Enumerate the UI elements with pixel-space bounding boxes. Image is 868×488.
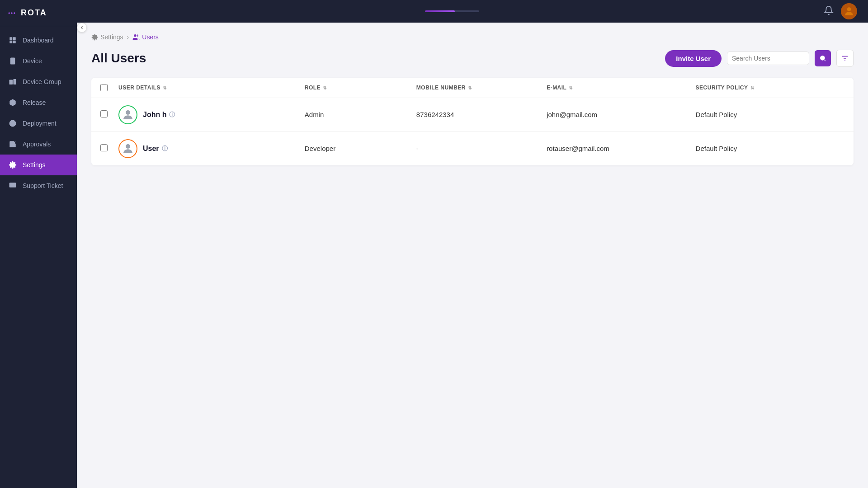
row1-name: John h [143, 111, 166, 119]
sidebar-nav: Dashboard Device Device Group Release De [0, 26, 77, 488]
breadcrumb-chevron-icon: › [127, 33, 129, 41]
svg-point-19 [134, 34, 137, 37]
row1-checkbox-cell [100, 110, 118, 119]
sort-email-icon[interactable]: ⇅ [569, 85, 573, 90]
col-user-details-label: USER DETAILS [118, 84, 160, 91]
app-title: ROTA [21, 8, 47, 18]
row2-mobile-cell: - [416, 145, 547, 153]
svg-rect-9 [9, 80, 13, 85]
sidebar-label-settings: Settings [23, 161, 46, 169]
row2-name-row: User ⓘ [143, 145, 168, 153]
row2-name: User [143, 145, 159, 153]
page-header: All Users Invite User [91, 50, 854, 67]
search-box [727, 52, 809, 65]
svg-rect-5 [9, 41, 12, 43]
row2-mobile: - [416, 145, 419, 152]
sidebar: ROTA Dashboard Device Device Group Rele [0, 0, 77, 488]
header-actions: Invite User [665, 50, 854, 67]
page-title: All Users [91, 51, 146, 66]
row1-checkbox[interactable] [100, 110, 108, 117]
svg-rect-10 [14, 79, 16, 84]
sidebar-item-deployment[interactable]: Deployment [0, 113, 77, 134]
sidebar-collapse-button[interactable] [77, 23, 87, 33]
sort-role-icon[interactable]: ⇅ [323, 85, 327, 90]
sidebar-item-settings[interactable]: Settings [0, 155, 77, 175]
svg-rect-14 [9, 183, 16, 188]
col-mobile: MOBILE NUMBER ⇅ [416, 84, 547, 91]
sidebar-item-device[interactable]: Device [0, 51, 77, 71]
row1-policy-cell: Default Policy [696, 111, 844, 119]
col-mobile-label: MOBILE NUMBER [416, 84, 466, 91]
deployment-icon [8, 119, 17, 128]
row2-policy-cell: Default Policy [696, 145, 844, 153]
breadcrumb-settings[interactable]: Settings [91, 33, 123, 41]
svg-point-8 [12, 63, 13, 64]
device-icon [8, 56, 17, 66]
svg-point-20 [820, 56, 825, 61]
sort-security-icon[interactable]: ⇅ [750, 85, 755, 90]
dashboard-icon [8, 36, 17, 45]
svg-point-0 [9, 12, 10, 14]
row1-user-details: John h ⓘ [118, 105, 305, 124]
row1-email-cell: john@gmail.com [547, 111, 695, 119]
select-all-checkbox[interactable] [100, 84, 108, 91]
search-button[interactable] [815, 50, 831, 66]
svg-rect-6 [13, 41, 16, 43]
row1-info-icon[interactable]: ⓘ [169, 111, 175, 119]
sort-mobile-icon[interactable]: ⇅ [468, 85, 472, 90]
row2-info-icon[interactable]: ⓘ [162, 145, 168, 153]
sidebar-item-release[interactable]: Release [0, 92, 77, 113]
row2-checkbox-cell [100, 144, 118, 153]
row2-role-cell: Developer [305, 145, 416, 153]
release-icon [8, 98, 17, 107]
main-wrapper: Settings › Users All Users Invite User [77, 0, 868, 488]
row1-avatar [118, 105, 137, 124]
breadcrumb: Settings › Users [91, 33, 854, 41]
users-table: USER DETAILS ⇅ ROLE ⇅ MOBILE NUMBER ⇅ E-… [91, 78, 854, 165]
row2-checkbox[interactable] [100, 144, 108, 151]
table-row: User ⓘ Developer - rotauser@gmail.com [91, 132, 854, 165]
svg-point-2 [14, 12, 15, 14]
col-checkbox-header [100, 84, 118, 91]
sidebar-item-support-ticket[interactable]: Support Ticket [0, 175, 77, 196]
sidebar-label-approvals: Approvals [23, 141, 51, 148]
row2-policy: Default Policy [696, 145, 737, 152]
sidebar-label-device-group: Device Group [23, 78, 61, 85]
sidebar-header: ROTA [0, 0, 77, 26]
notification-bell-icon[interactable] [824, 5, 834, 17]
progress-bar [425, 10, 479, 12]
sidebar-item-device-group[interactable]: Device Group [0, 71, 77, 92]
row1-mobile: 8736242334 [416, 111, 454, 118]
row1-name-row: John h ⓘ [143, 111, 175, 119]
search-input[interactable] [732, 55, 804, 62]
row2-email-cell: rotauser@gmail.com [547, 145, 695, 153]
svg-point-1 [11, 12, 12, 14]
settings-icon [8, 160, 17, 169]
sidebar-item-approvals[interactable]: Approvals [0, 134, 77, 155]
user-avatar[interactable] [841, 3, 857, 19]
row1-role: Admin [305, 111, 324, 118]
device-group-icon [8, 77, 17, 86]
col-role: ROLE ⇅ [305, 84, 416, 91]
topbar-progress [88, 10, 816, 12]
breadcrumb-parent-label: Settings [100, 33, 123, 41]
filter-button[interactable] [836, 50, 854, 67]
table-row: John h ⓘ Admin 8736242334 john@gmail.com [91, 98, 854, 132]
sidebar-label-release: Release [23, 99, 46, 106]
sidebar-label-device: Device [23, 57, 42, 65]
col-security-policy: SECURITY POLICY ⇅ [696, 84, 844, 91]
sort-user-details-icon[interactable]: ⇅ [163, 85, 167, 90]
col-email: E-MAIL ⇅ [547, 84, 695, 91]
row2-user-details: User ⓘ [118, 139, 305, 158]
invite-user-button[interactable]: Invite User [665, 50, 722, 67]
row1-policy: Default Policy [696, 111, 737, 118]
svg-point-17 [847, 7, 851, 11]
row1-mobile-cell: 8736242334 [416, 111, 547, 119]
col-security-label: SECURITY POLICY [696, 84, 748, 91]
row2-email: rotauser@gmail.com [547, 145, 609, 152]
svg-point-25 [126, 110, 130, 115]
row1-role-cell: Admin [305, 111, 416, 119]
svg-rect-3 [9, 37, 12, 40]
sidebar-item-dashboard[interactable]: Dashboard [0, 30, 77, 51]
topbar [77, 0, 868, 23]
